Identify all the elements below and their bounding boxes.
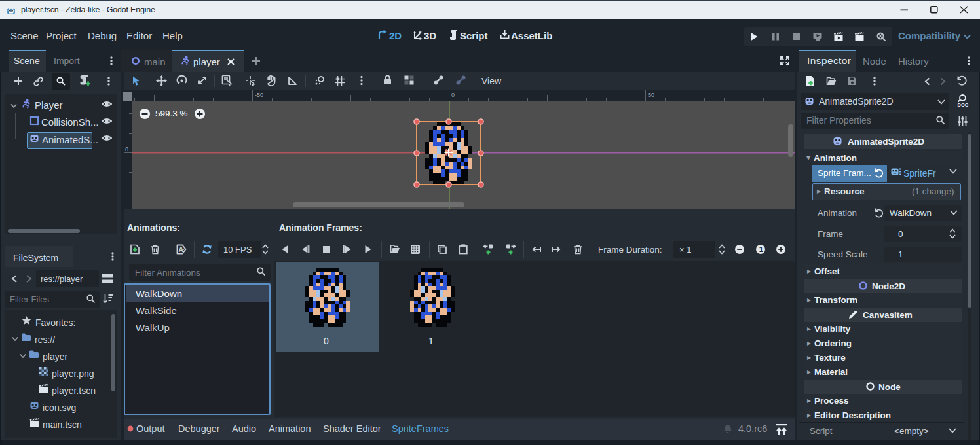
svg-text:1: 1 xyxy=(759,245,763,253)
svg-text:DOC: DOC xyxy=(958,102,969,108)
